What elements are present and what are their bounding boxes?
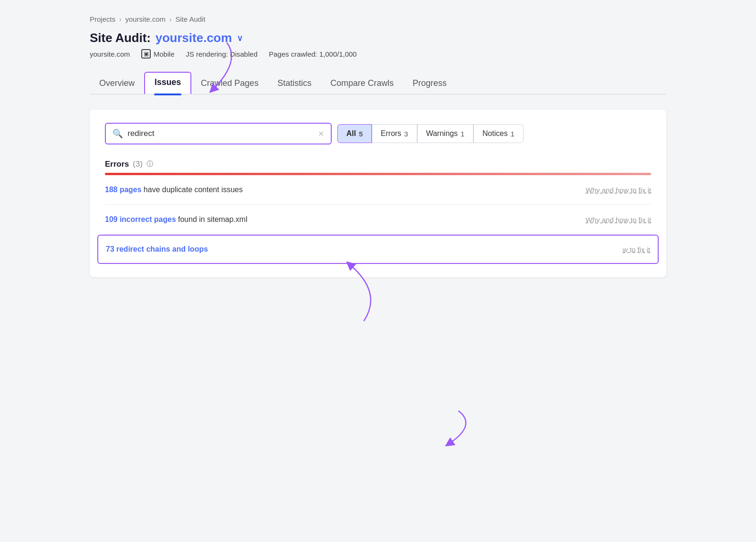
site-meta: yoursite.com ▣ Mobile JS rendering: Disa… — [90, 49, 666, 59]
meta-site: yoursite.com — [90, 50, 130, 58]
issues-list: 188 pages have duplicate content issues … — [105, 175, 651, 264]
mobile-icon: ▣ — [141, 49, 151, 59]
chevron-down-icon[interactable]: ∨ — [237, 33, 243, 43]
main-content-card: 🔍 redirect ✕ All 5 Errors 3 Warnings 1 — [90, 110, 666, 277]
issue-description: 73 redirect chains and loops — [106, 245, 208, 254]
nav-tabs: Overview Issues Crawled Pages Statistics… — [90, 72, 666, 94]
issue-description: 188 pages have duplicate content issues — [105, 186, 243, 194]
filter-warnings[interactable]: Warnings 1 — [417, 124, 473, 143]
issue-link-1[interactable]: 188 pages — [105, 186, 141, 194]
breadcrumb: Projects › yoursite.com › Site Audit — [90, 15, 666, 23]
breadcrumb-current: Site Audit — [175, 15, 205, 23]
fix-link-3[interactable]: w to fix it — [623, 246, 650, 254]
errors-section-header: Errors (3) ⓘ — [105, 160, 651, 169]
issue-text-1: have duplicate content issues — [141, 186, 242, 194]
tab-statistics[interactable]: Statistics — [268, 74, 321, 94]
issue-description: 109 incorrect pages found in sitemap.xml — [105, 215, 247, 224]
search-box[interactable]: 🔍 redirect ✕ — [105, 123, 332, 144]
breadcrumb-projects[interactable]: Projects — [90, 15, 115, 23]
search-input[interactable]: redirect — [128, 129, 313, 138]
clear-icon[interactable]: ✕ — [318, 129, 324, 138]
tab-progress[interactable]: Progress — [403, 74, 456, 94]
info-icon[interactable]: ⓘ — [146, 160, 153, 169]
filter-row: 🔍 redirect ✕ All 5 Errors 3 Warnings 1 — [105, 123, 651, 144]
tab-crawled-pages[interactable]: Crawled Pages — [191, 74, 268, 94]
filter-errors[interactable]: Errors 3 — [372, 124, 417, 143]
issue-row: 188 pages have duplicate content issues … — [105, 175, 651, 205]
issue-row-highlighted: 73 redirect chains and loops w to fix it — [97, 235, 659, 264]
breadcrumb-site[interactable]: yoursite.com — [125, 15, 165, 23]
tab-overview[interactable]: Overview — [90, 74, 144, 94]
meta-pages: Pages crawled: 1,000/1,000 — [269, 50, 357, 58]
tab-compare-crawls[interactable]: Compare Crawls — [321, 74, 403, 94]
issue-link-3[interactable]: 73 redirect chains and loops — [106, 245, 208, 253]
fix-link-1[interactable]: Why and how to fix it — [586, 186, 651, 194]
fix-link-2[interactable]: Why and how to fix it — [586, 216, 651, 224]
filter-buttons: All 5 Errors 3 Warnings 1 Notices 1 — [337, 124, 524, 143]
issue-link-2[interactable]: 109 incorrect pages — [105, 215, 176, 223]
errors-label: Errors — [105, 160, 129, 169]
page-title: Site Audit: yoursite.com ∨ — [90, 31, 666, 45]
tab-issues[interactable]: Issues — [144, 72, 191, 94]
issue-text-2: found in sitemap.xml — [176, 215, 247, 223]
title-prefix: Site Audit: — [90, 31, 151, 45]
errors-count: (3) — [133, 160, 143, 169]
meta-js: JS rendering: Disabled — [186, 50, 258, 58]
filter-notices[interactable]: Notices 1 — [473, 124, 524, 143]
filter-all[interactable]: All 5 — [337, 124, 372, 143]
issue-row: 109 incorrect pages found in sitemap.xml… — [105, 205, 651, 235]
meta-device: ▣ Mobile — [141, 49, 174, 59]
search-icon: 🔍 — [112, 128, 123, 139]
site-name-link[interactable]: yoursite.com — [155, 31, 232, 45]
